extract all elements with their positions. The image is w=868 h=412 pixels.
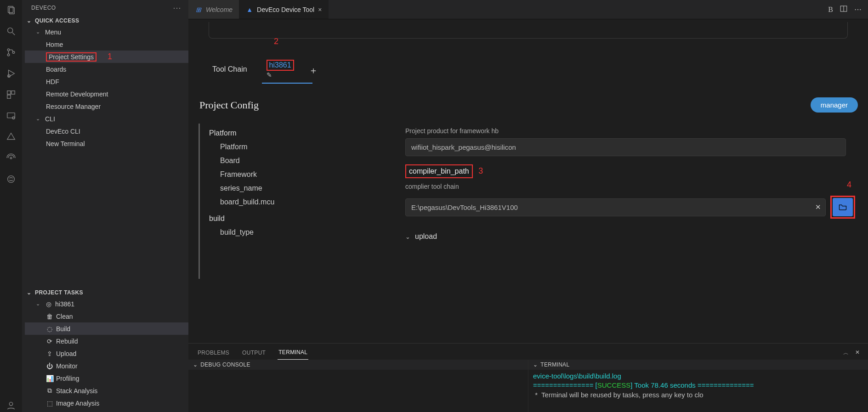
menu-group[interactable]: ⌄ Menu bbox=[25, 26, 188, 38]
panel-tab-terminal[interactable]: TERMINAL bbox=[278, 346, 308, 360]
nav-build-type[interactable]: build_type bbox=[209, 226, 391, 239]
edit-icon[interactable]: ✎ bbox=[267, 71, 272, 79]
remote-icon[interactable] bbox=[5, 109, 17, 122]
sidebar: DEVECO ⋯ ⌄ QUICK ACCESS ⌄ Menu Home Proj… bbox=[22, 0, 188, 412]
nav-framework[interactable]: Framework bbox=[209, 168, 391, 181]
task-profiling[interactable]: 📊Profiling bbox=[25, 372, 188, 384]
copilot-icon[interactable] bbox=[5, 173, 17, 186]
project-tasks-label: PROJECT TASKS bbox=[35, 289, 83, 296]
svg-rect-10 bbox=[11, 91, 15, 94]
nav-board-build-mcu[interactable]: board_build.mcu bbox=[209, 195, 391, 209]
highlight-box: Project Settings bbox=[46, 52, 96, 62]
menu-item-hdf[interactable]: HDF bbox=[25, 75, 188, 88]
more-icon[interactable]: ⋯ bbox=[854, 5, 862, 14]
task-build[interactable]: ◌Build bbox=[25, 322, 188, 335]
chevron-down-icon[interactable]: ⌄ bbox=[193, 361, 198, 368]
menu-item-resource-manager[interactable]: Resource Manager bbox=[25, 100, 188, 113]
svg-point-16 bbox=[9, 402, 12, 406]
close-panel-icon[interactable]: ✕ bbox=[855, 349, 860, 357]
task-stack-analysis[interactable]: ⧉Stack Analysis bbox=[25, 384, 188, 397]
target-group[interactable]: ⌄ ◎ hi3861 bbox=[25, 298, 188, 310]
svg-rect-9 bbox=[7, 91, 11, 94]
menu-item-boards[interactable]: Boards bbox=[25, 63, 188, 75]
tab-target-hi3861[interactable]: hi3861 ✎ bbox=[264, 57, 297, 84]
cli-item-deveco[interactable]: DevEco CLI bbox=[25, 125, 188, 137]
menu-item-remote-development[interactable]: Remote Development bbox=[25, 88, 188, 100]
annotation-2: 2 bbox=[274, 37, 278, 46]
panel-tab-problems[interactable]: PROBLEMS bbox=[197, 347, 230, 360]
svg-point-15 bbox=[8, 176, 15, 183]
chevron-down-icon: ⌄ bbox=[405, 233, 410, 240]
close-icon[interactable]: × bbox=[318, 6, 322, 13]
split-editor-icon[interactable] bbox=[840, 5, 848, 15]
compiler-bin-path-label: compiler_bin_path bbox=[405, 164, 473, 178]
cli-group[interactable]: ⌄ CLI bbox=[25, 113, 188, 125]
product-input[interactable] bbox=[405, 138, 846, 156]
nav-platform-sub[interactable]: Platform bbox=[209, 140, 391, 154]
chevron-down-icon[interactable]: ⌄ bbox=[533, 361, 538, 368]
search-icon[interactable] bbox=[5, 25, 17, 38]
browse-folder-button[interactable] bbox=[833, 198, 853, 216]
highlight-box: hi3861 bbox=[267, 60, 294, 71]
quick-access-label: QUICK ACCESS bbox=[35, 17, 79, 24]
task-rebuild[interactable]: ⟳Rebuild bbox=[25, 335, 188, 347]
debug-icon[interactable] bbox=[5, 67, 17, 80]
product-label: Project product for framework hb bbox=[405, 127, 855, 135]
terminal-pane[interactable]: ⌄TERMINAL evice-tool\logs\build\build.lo… bbox=[528, 360, 868, 412]
titlebar-actions: B ⋯ bbox=[822, 0, 868, 19]
bold-indicator[interactable]: B bbox=[828, 6, 833, 14]
project-config-heading: Project Config bbox=[199, 99, 259, 111]
editor-area: ⊞ Welcome ▲ DevEco Device Tool × B ⋯ 2 T… bbox=[188, 0, 868, 412]
tab-deveco-device-tool[interactable]: ▲ DevEco Device Tool × bbox=[239, 0, 329, 19]
tab-welcome[interactable]: ⊞ Welcome bbox=[188, 0, 239, 19]
nav-series-name[interactable]: series_name bbox=[209, 181, 391, 195]
upload-section[interactable]: ⌄ upload bbox=[405, 232, 855, 241]
svg-point-5 bbox=[7, 54, 10, 56]
terminal-output: evice-tool\logs\build\build.log ========… bbox=[528, 370, 868, 401]
menu-item-project-settings[interactable]: Project Settings 1 bbox=[25, 51, 188, 63]
tab-tool-chain[interactable]: Tool Chain bbox=[210, 62, 250, 78]
sidebar-more-icon[interactable]: ⋯ bbox=[173, 3, 182, 13]
menu-label: Menu bbox=[45, 28, 61, 36]
nav-build[interactable]: build bbox=[209, 212, 391, 226]
nav-platform[interactable]: Platform bbox=[209, 126, 391, 140]
deveco-icon[interactable] bbox=[5, 130, 17, 143]
annotation-4: 4 bbox=[847, 180, 851, 190]
task-upload[interactable]: ⇪Upload bbox=[25, 347, 188, 360]
content-area: 2 Tool Chain hi3861 ✎ ＋ Project Config m… bbox=[188, 19, 868, 343]
extensions-icon[interactable] bbox=[5, 88, 17, 101]
add-tab-button[interactable]: ＋ bbox=[309, 64, 318, 77]
svg-point-4 bbox=[7, 49, 10, 51]
compiler-path-input[interactable] bbox=[405, 198, 826, 216]
quick-access-section[interactable]: ⌄ QUICK ACCESS bbox=[22, 16, 188, 26]
chevron-down-icon: ⌄ bbox=[36, 301, 42, 307]
cli-item-new-terminal[interactable]: New Terminal bbox=[25, 137, 188, 150]
task-monitor[interactable]: ⏻Monitor bbox=[25, 360, 188, 372]
chevron-down-icon: ⌄ bbox=[36, 29, 42, 35]
files-icon[interactable] bbox=[5, 4, 17, 17]
account-icon[interactable] bbox=[5, 399, 17, 412]
chevron-up-icon[interactable]: ︿ bbox=[843, 349, 849, 357]
project-tasks-section[interactable]: ⌄ PROJECT TASKS bbox=[22, 288, 188, 298]
task-image-analysis[interactable]: ⬚Image Analysis bbox=[25, 397, 188, 409]
clear-icon[interactable]: ✕ bbox=[815, 203, 821, 211]
target-icon: ◎ bbox=[45, 300, 52, 308]
manager-button[interactable]: manager bbox=[811, 97, 858, 113]
source-control-icon[interactable] bbox=[5, 46, 17, 59]
config-nav: Platform Platform Board Framework series… bbox=[199, 124, 391, 279]
stack-icon: ⧉ bbox=[46, 387, 53, 395]
panel-tab-output[interactable]: OUTPUT bbox=[241, 347, 267, 360]
task-clean[interactable]: 🗑Clean bbox=[25, 310, 188, 322]
chevron-down-icon: ⌄ bbox=[26, 289, 32, 296]
editor-tabs: ⊞ Welcome ▲ DevEco Device Tool × B ⋯ bbox=[188, 0, 868, 19]
vscode-icon: ⊞ bbox=[195, 6, 202, 13]
plug-icon: ⏻ bbox=[46, 362, 53, 370]
annotation-1: 1 bbox=[108, 52, 112, 62]
svg-point-14 bbox=[10, 157, 12, 159]
nav-board[interactable]: Board bbox=[209, 154, 391, 168]
chart-icon: 📊 bbox=[46, 375, 53, 382]
menu-item-home[interactable]: Home bbox=[25, 38, 188, 51]
config-tabs: Tool Chain hi3861 ✎ ＋ bbox=[199, 57, 858, 84]
svg-line-3 bbox=[12, 33, 15, 35]
broadcast-icon[interactable] bbox=[5, 152, 17, 164]
